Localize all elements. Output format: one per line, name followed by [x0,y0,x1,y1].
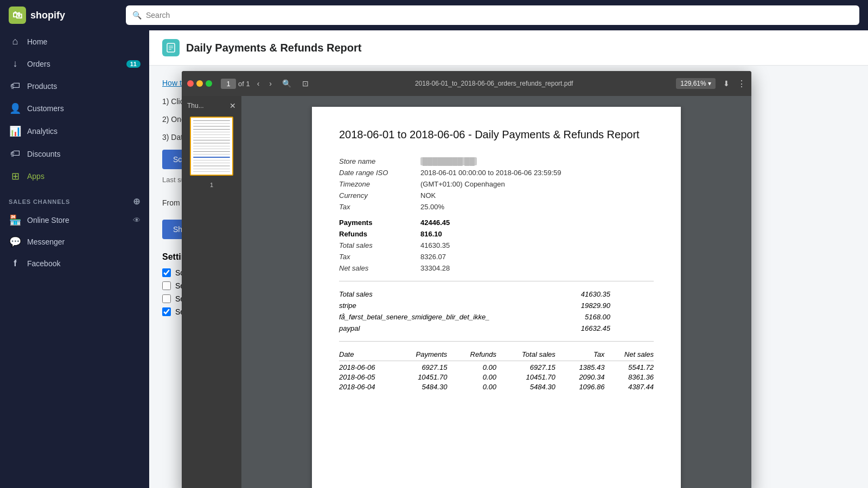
checkbox-scan-input[interactable] [162,268,171,277]
pdf-toolbar: of 1 ‹ › 🔍 ⊡ 2018-06-01_to_2018-06-06_or… [182,71,751,96]
pdf-filename: 2018-06-01_to_2018-06-06_orders_refunds_… [316,80,672,87]
pdf-search-button[interactable]: 🔍 [279,78,295,89]
pdf-more-button[interactable]: ⋮ [737,79,746,89]
pdf-field-value: 25.00% [420,203,444,211]
page-header: Daily Payments & Refunds Report [149,30,868,66]
pdf-field-value: 33304.28 [420,264,450,272]
pdf-thumb-label: Thu... [187,102,204,110]
sidebar-item-label: Home [27,37,47,46]
thumb-line [193,149,230,149]
logo-text: shopify [30,10,65,21]
sidebar-item-apps[interactable]: ⊞ Apps [0,165,149,188]
td-total-sales: 5484.30 [496,383,556,391]
thumb-line-blue [193,157,230,158]
search-bar[interactable]: 🔍 [126,5,859,25]
pdf-traffic-lights [187,80,212,87]
pdf-col2: 41630.35 [545,290,610,298]
checkbox-sen2-input[interactable] [162,294,171,303]
sidebar-item-messenger[interactable]: 💬 Messenger [0,230,149,253]
sales-channels-label: SALES CHANNELS [9,198,70,205]
pdf-multicol-fa: få_først_betal_senere_smidigere_blir_det… [339,313,654,321]
sidebar-item-label: Apps [27,172,44,181]
checkbox-sen3-input[interactable] [162,307,171,316]
sidebar-item-products[interactable]: 🏷 Products [0,75,149,97]
sidebar-item-customers[interactable]: 👤 Customers [0,97,149,120]
sidebar-item-label: Products [27,82,57,91]
pdf-divider [339,281,654,281]
report-icon [165,42,176,53]
th-total-sales: Total sales [496,350,556,358]
table-row: 2018-06-06 6927.15 0.00 6927.15 1385.43 … [339,363,654,371]
pdf-field-tax: Tax 25.00% [339,203,654,211]
table-row: 2018-06-05 10451.70 0.00 10451.70 2090.3… [339,373,654,381]
eye-icon[interactable]: 👁 [133,216,141,224]
pdf-field-value: 8326.07 [420,253,446,261]
pdf-col1: paypal [339,324,545,332]
th-tax: Tax [556,350,605,358]
td-tax: 1385.43 [556,363,605,371]
pdf-field-date-range: Date range ISO 2018-06-01 00:00:00 to 20… [339,169,654,177]
pdf-thumbnail-button[interactable]: ⊡ [299,78,312,89]
pdf-zoom-button[interactable]: 129,61% ▾ [676,78,716,89]
maximize-window-button[interactable] [206,80,212,87]
from-label: From [162,198,180,207]
pdf-field-value: NOK [420,191,436,200]
sidebar-item-analytics[interactable]: 📊 Analytics [0,120,149,143]
pdf-field-label: Tax [339,203,420,211]
td-total-sales: 10451.70 [496,373,556,381]
thumb-line [193,154,230,155]
checkbox-sen1-input[interactable] [162,281,171,290]
pdf-bold-value: 42446.45 [420,219,450,227]
pdf-col2: 19829.90 [545,301,610,310]
th-refunds: Refunds [447,350,496,358]
thumb-line [193,134,230,135]
page-title: Daily Payments & Refunds Report [186,42,361,54]
td-net-sales: 5541.72 [604,363,654,371]
search-input[interactable] [146,11,853,20]
sidebar-item-orders[interactable]: ↓ Orders 11 [0,53,149,75]
pdf-page-number-input[interactable] [221,79,236,89]
pdf-col1: stripe [339,301,545,310]
pdf-col1: få_først_betal_senere_smidigere_blir_det… [339,313,545,321]
pdf-field-label: Net sales [339,264,420,272]
pdf-download-button[interactable]: ⬇ [720,78,733,89]
pdf-page-total: of 1 [238,80,250,88]
pdf-thumb-close-button[interactable]: ✕ [229,101,236,110]
pdf-thumbnail[interactable] [190,117,233,176]
add-channel-icon[interactable]: ⊕ [133,196,141,207]
pdf-field-currency: Currency NOK [339,191,654,200]
pdf-bold-value: 816.10 [420,230,442,238]
close-window-button[interactable] [187,80,194,87]
pdf-field-value: (GMT+01:00) Copenhagen [420,180,505,188]
pdf-page-nav: of 1 [221,79,250,89]
pdf-next-button[interactable]: › [266,78,275,89]
sidebar-item-facebook[interactable]: f Facebook [0,253,149,274]
sidebar-item-discounts[interactable]: 🏷 Discounts [0,143,149,165]
pdf-field-label: Timezone [339,180,420,188]
td-date: 2018-06-06 [339,363,398,371]
thumb-line [193,140,230,140]
pdf-field-value: ████████ ██ [420,157,477,165]
shopify-logo-icon: 🛍 [9,7,26,24]
pdf-thumb-header: Thu... ✕ [187,101,236,110]
td-total-sales: 6927.15 [496,363,556,371]
pdf-page: 2018-06-01 to 2018-06-06 - Daily Payment… [312,107,681,488]
minimize-window-button[interactable] [196,80,203,87]
pdf-multicol-total: Total sales 41630.35 [339,290,654,298]
search-icon: 🔍 [132,11,142,20]
thumb-line [193,160,230,160]
pdf-field-tax2: Tax 8326.07 [339,253,654,261]
td-payments: 5484.30 [398,383,448,391]
online-store-icon: 🏪 [9,214,22,226]
pdf-prev-button[interactable]: ‹ [254,78,263,89]
sidebar-item-label: Analytics [27,127,58,136]
logo-area: 🛍 shopify [9,7,117,24]
sidebar-item-online-store[interactable]: 🏪 Online Store 👁 [0,210,149,230]
apps-icon: ⊞ [9,170,22,182]
sales-channels-header: SALES CHANNELS ⊕ [0,188,149,210]
messenger-icon: 💬 [9,236,22,248]
pdf-multicol-paypal: paypal 16632.45 [339,324,654,332]
sidebar-item-home[interactable]: ⌂ Home [0,30,149,53]
facebook-icon: f [9,259,22,268]
pdf-col1: Total sales [339,290,545,298]
